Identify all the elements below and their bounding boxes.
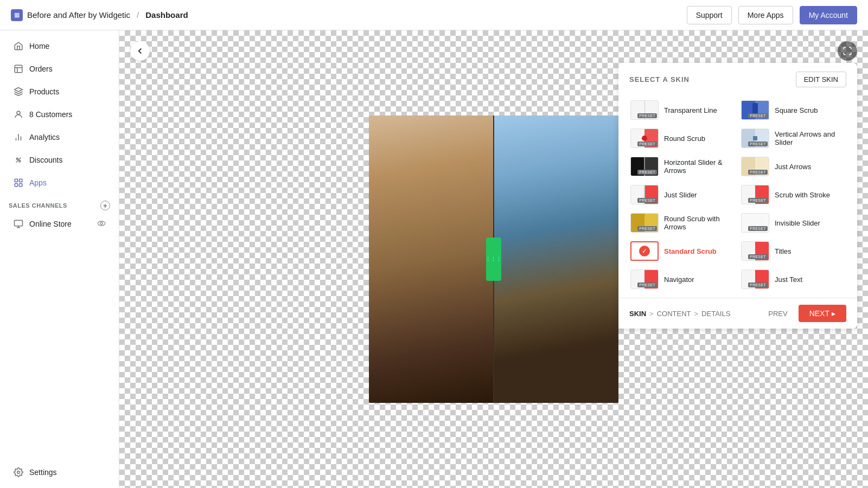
add-sales-channel-icon[interactable]: + (100, 201, 110, 210)
skin-thumb-round-scrub-arrows: PRESET (630, 213, 659, 233)
sidebar-item-customers[interactable]: 8 Customers (4, 104, 114, 125)
sidebar-item-apps[interactable]: Apps (4, 172, 114, 194)
products-icon (13, 86, 24, 97)
support-button[interactable]: Support (687, 6, 732, 24)
skin-item-titles[interactable]: PRESET Titles (738, 237, 848, 265)
svg-rect-4 (15, 179, 17, 182)
sidebar-orders-label: Orders (29, 65, 53, 73)
skin-item-standard-scrub[interactable]: ✓ Standard Scrub (627, 237, 738, 265)
after-image (494, 115, 618, 403)
layout: Home Orders Products 8 Customers Analyti… (0, 30, 868, 488)
skin-panel: SELECT A SKIN EDIT SKIN PRESET Transpare… (618, 63, 857, 329)
skin-panel-header: SELECT A SKIN EDIT SKIN (618, 63, 857, 92)
sidebar-item-analytics[interactable]: Analytics (4, 126, 114, 148)
skin-thumb-round-scrub: PRESET (630, 129, 659, 148)
next-arrow-icon: ▸ (832, 309, 835, 318)
svg-point-11 (17, 471, 20, 474)
breadcrumb-content: CONTENT (657, 310, 691, 318)
skin-thumb-transparent-line: PRESET (630, 100, 659, 120)
account-button[interactable]: My Account (800, 6, 857, 24)
svg-rect-7 (20, 184, 22, 187)
skin-thumb-just-slider: PRESET (630, 185, 659, 204)
skin-item-transparent-line[interactable]: PRESET Transparent Line (627, 96, 738, 124)
before-after-preview: ⋮⋮⋮ (369, 115, 618, 403)
breadcrumb-separator: / (137, 10, 139, 20)
skin-name-round-scrub: Round Scrub (664, 134, 705, 143)
sidebar-item-discounts[interactable]: Discounts (4, 149, 114, 171)
preview-area: ⋮⋮⋮ SELECT A SKIN EDIT SKIN PRESET (119, 30, 868, 488)
brand-icon: ▦ (11, 9, 23, 21)
footer-navigation: PREV NEXT ▸ (762, 305, 846, 322)
preset-badge: PRESET (748, 254, 768, 259)
next-button[interactable]: NEXT ▸ (799, 305, 846, 322)
skin-thumb-square-scrub: PRESET (741, 100, 769, 120)
skin-name-square-scrub: Square Scrub (775, 106, 818, 114)
skin-item-round-scrub[interactable]: PRESET Round Scrub (627, 124, 738, 152)
svg-point-1 (17, 111, 20, 114)
sales-channels-label: SALES CHANNELS (9, 202, 67, 209)
orders-icon (13, 63, 24, 74)
breadcrumb-skin: SKIN (629, 310, 646, 318)
skin-thumb-vertical-arrows: PRESET (741, 129, 769, 148)
slider-grip-icon: ⋮⋮⋮ (486, 256, 502, 262)
preset-badge: PRESET (637, 113, 657, 118)
svg-rect-5 (20, 179, 22, 182)
app-name: Before and After by Widgetic (27, 10, 130, 20)
sidebar-item-online-store[interactable]: Online Store (4, 213, 114, 235)
skin-item-round-scrub-arrows[interactable]: PRESET Round Scrub with Arrows (627, 209, 738, 237)
customers-icon (13, 109, 24, 120)
prev-button[interactable]: PREV (762, 306, 794, 321)
skin-item-invisible-slider[interactable]: PRESET Invisible Slider (738, 209, 848, 237)
sidebar-settings-label: Settings (29, 468, 57, 477)
online-store-icon (13, 219, 24, 229)
skin-name-horizontal-slider: Horizontal Slider & Arrows (664, 158, 735, 175)
main-content: ⋮⋮⋮ SELECT A SKIN EDIT SKIN PRESET (119, 30, 868, 488)
skin-item-just-arrows[interactable]: PRESET Just Arrows (738, 152, 848, 181)
skin-name-transparent-line: Transparent Line (664, 106, 717, 114)
sidebar-item-orders[interactable]: Orders (4, 58, 114, 80)
skin-name-titles: Titles (775, 247, 792, 255)
skin-item-square-scrub[interactable]: PRESET Square Scrub (738, 96, 848, 124)
page-title: Dashboard (145, 10, 188, 20)
preset-badge: PRESET (748, 142, 768, 146)
skin-name-scrub-stroke: Scrub with Stroke (775, 191, 830, 199)
skin-item-scrub-stroke[interactable]: PRESET Scrub with Stroke (738, 181, 848, 209)
discounts-icon (13, 155, 24, 165)
skin-item-just-slider[interactable]: PRESET Just Slider (627, 181, 738, 209)
skin-name-just-arrows: Just Arrows (775, 163, 811, 171)
skin-name-vertical-arrows: Vertical Arrows and Slider (775, 130, 845, 146)
skin-name-navigator: Navigator (664, 275, 694, 284)
skin-panel-footer: SKIN > CONTENT > DETAILS PREV NEXT ▸ (618, 298, 857, 329)
skin-thumb-invisible-slider: PRESET (741, 213, 769, 233)
sidebar-item-products[interactable]: Products (4, 81, 114, 102)
sidebar-item-home[interactable]: Home (4, 35, 114, 57)
svg-point-2 (16, 158, 18, 159)
svg-rect-0 (15, 65, 22, 73)
skin-name-invisible-slider: Invisible Slider (775, 219, 820, 227)
slider-handle[interactable]: ⋮⋮⋮ (486, 237, 501, 281)
sidebar: Home Orders Products 8 Customers Analyti… (0, 30, 119, 488)
sidebar-discounts-label: Discounts (29, 156, 62, 164)
skin-name-standard-scrub: Standard Scrub (664, 247, 717, 255)
more-apps-button[interactable]: More Apps (738, 6, 793, 24)
edit-skin-button[interactable]: EDIT SKIN (796, 72, 846, 87)
settings-icon (13, 467, 24, 478)
svg-rect-6 (15, 184, 17, 187)
expand-button[interactable] (838, 41, 857, 61)
preset-badge: PRESET (748, 226, 768, 231)
preset-badge: PRESET (637, 226, 657, 231)
sidebar-item-settings[interactable]: Settings (4, 461, 114, 483)
skin-item-navigator[interactable]: PRESET Navigator (627, 265, 738, 293)
online-store-eye-icon[interactable] (97, 219, 106, 229)
breadcrumb-sep-1: > (649, 310, 654, 318)
sidebar-apps-label: Apps (29, 178, 47, 187)
skin-item-horizontal-slider[interactable]: PRESET Horizontal Slider & Arrows (627, 152, 738, 181)
skin-item-vertical-arrows[interactable]: PRESET Vertical Arrows and Slider (738, 124, 848, 152)
analytics-icon (13, 132, 24, 143)
svg-point-3 (19, 160, 21, 162)
skin-name-round-scrub-arrows: Round Scrub with Arrows (664, 215, 735, 231)
apps-icon (13, 177, 24, 188)
back-button[interactable] (130, 41, 150, 61)
skin-item-just-text[interactable]: PRESET Just Text (738, 265, 848, 293)
skin-name-just-slider: Just Slider (664, 191, 697, 199)
